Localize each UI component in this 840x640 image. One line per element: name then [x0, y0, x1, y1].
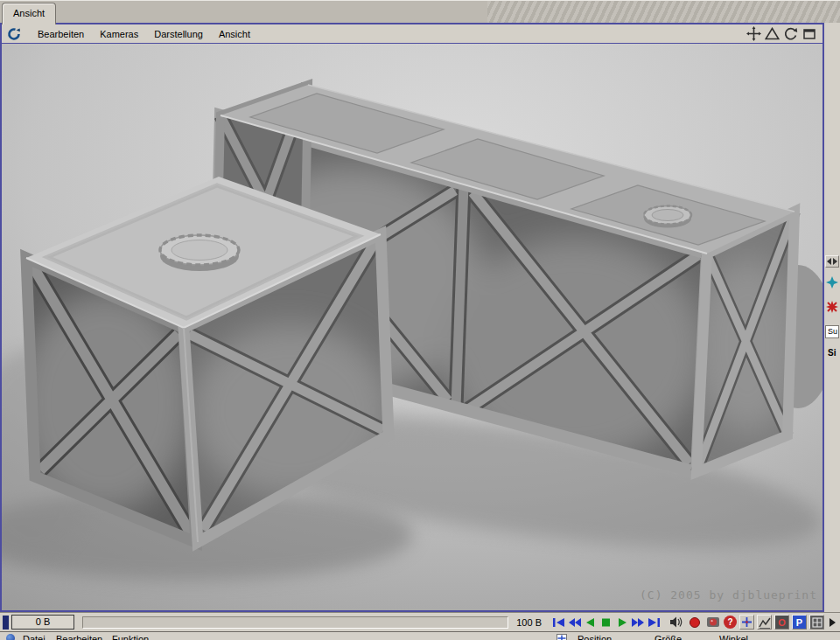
watermark: (C) 2005 by djblueprint	[640, 588, 817, 602]
record-button[interactable]	[687, 616, 703, 630]
viewport-menubar: Bearbeiten Kameras Darstellung Ansicht	[2, 24, 822, 44]
menu-bearbeiten[interactable]: Bearbeiten	[30, 27, 92, 41]
coords-menu-bearbeiten[interactable]: Bearbeiten	[56, 634, 102, 640]
render-icon[interactable]	[705, 616, 721, 630]
truncated-label: Si	[825, 348, 836, 358]
o-letter: O	[778, 617, 786, 628]
column-position: Position	[578, 634, 612, 640]
render-scene	[2, 44, 822, 610]
viewport-panel: Bearbeiten Kameras Darstellung Ansicht	[0, 23, 824, 612]
rotate-icon[interactable]	[782, 26, 799, 41]
current-frame-field[interactable]: 0 B	[11, 615, 74, 630]
spinner-buttons[interactable]	[825, 255, 839, 268]
grid-icon[interactable]	[809, 615, 824, 630]
menu-ansicht[interactable]: Ansicht	[211, 27, 258, 41]
app-icon	[7, 27, 21, 41]
coords-menu-datei[interactable]: Datei	[23, 634, 46, 640]
maximize-icon[interactable]	[801, 26, 817, 41]
coords-axis-icon	[556, 634, 567, 640]
right-panel-edge: Su Si	[824, 23, 840, 612]
speaker-icon[interactable]	[668, 616, 684, 630]
help-button[interactable]: ?	[724, 616, 737, 629]
play-backward-button[interactable]	[583, 616, 598, 629]
help-glyph: ?	[727, 616, 732, 629]
truncated-field-text: Su	[828, 327, 837, 336]
p-letter: P	[796, 617, 802, 628]
pan-icon[interactable]	[746, 26, 762, 41]
graph-icon[interactable]	[757, 615, 772, 630]
p-icon[interactable]: P	[792, 615, 807, 630]
o-icon[interactable]: O	[774, 615, 789, 630]
warning-icon[interactable]	[764, 26, 780, 41]
menu-kameras[interactable]: Kameras	[92, 27, 146, 41]
coords-menu-funktion[interactable]: Funktion	[112, 634, 149, 640]
render-viewport[interactable]: (C) 2005 by djblueprint	[2, 44, 822, 610]
truncated-field[interactable]: Su	[825, 325, 839, 338]
column-winkel: Winkel	[719, 634, 748, 640]
transport-controls	[551, 616, 661, 629]
skip-end-button[interactable]	[646, 616, 661, 629]
move-tool-icon[interactable]	[739, 615, 754, 630]
timeline-slider[interactable]	[82, 616, 508, 629]
navy-chip	[3, 616, 9, 630]
fast-forward-button[interactable]	[630, 616, 645, 629]
tank-cap-small	[644, 206, 691, 228]
tank-cap-large	[160, 235, 239, 271]
coords-app-icon	[6, 634, 15, 640]
tab-ansicht[interactable]: Ansicht	[2, 3, 56, 24]
play-button[interactable]	[614, 616, 629, 629]
teal-star-icon[interactable]	[825, 275, 839, 289]
menu-darstellung[interactable]: Darstellung	[146, 27, 211, 41]
status-bar: 0 B 100 B	[0, 612, 840, 631]
tab-label: Ansicht	[13, 8, 45, 18]
stop-button[interactable]	[598, 616, 613, 629]
coordinates-window: Datei Bearbeiten Funktion Position Größe…	[0, 631, 840, 640]
skip-start-button[interactable]	[551, 616, 566, 629]
expand-arrow-icon[interactable]	[827, 616, 837, 629]
tab-strip: Ansicht	[0, 0, 840, 23]
column-groesse: Größe	[654, 634, 682, 640]
fast-back-button[interactable]	[567, 616, 582, 629]
end-frame-label: 100 B	[516, 617, 542, 628]
red-star-icon[interactable]	[825, 300, 839, 314]
